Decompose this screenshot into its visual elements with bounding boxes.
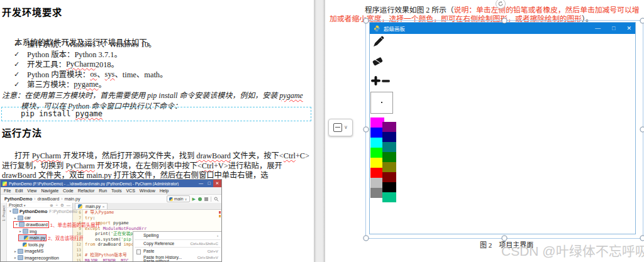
chevron-right-icon[interactable]: ▸ bbox=[13, 249, 18, 253]
palette-color[interactable] bbox=[382, 122, 396, 132]
project-tree-item[interactable]: ▾drawBoard1、单击前面的箭头展开 bbox=[7, 221, 72, 228]
tree-item-path: F:\PythonDemo bbox=[49, 209, 77, 214]
text-run: pip install bbox=[21, 109, 75, 118]
heading-run-method: 运行方法 bbox=[2, 126, 42, 139]
run-button[interactable]: ▶ bbox=[192, 196, 196, 202]
line-number: 13 bbox=[73, 248, 81, 253]
tool-window-strip[interactable]: 1: Project bbox=[1, 203, 7, 262]
check-icon: ✓ bbox=[14, 50, 27, 58]
decrease-width-icon[interactable] bbox=[382, 80, 390, 82]
menu-navigate[interactable]: Navigate bbox=[41, 188, 58, 193]
breadcrumb-item[interactable]: PythonDemo bbox=[4, 196, 32, 202]
menu-refactor[interactable]: Refactor bbox=[78, 188, 94, 193]
drawboard-canvas[interactable] bbox=[370, 34, 635, 234]
palette-color[interactable] bbox=[382, 132, 396, 142]
checklist-item: ✓Python 内置模块：os、sys、time、math。 bbox=[2, 69, 310, 79]
close-icon[interactable]: × bbox=[103, 205, 105, 209]
text-run: 文件夹，按下< bbox=[231, 151, 284, 160]
selection-handle[interactable] bbox=[640, 127, 644, 133]
menu-code[interactable]: Code bbox=[63, 188, 74, 193]
context-menu-item[interactable]: PasteCtrl+V bbox=[133, 248, 222, 254]
text-run: pygame bbox=[75, 109, 103, 118]
menu-item-label: Copy Reference bbox=[143, 241, 174, 246]
brush-width-dot bbox=[381, 102, 382, 103]
pycharm-window-title: PythonDemo (F:\PythonDemo) - ...\drawBoa… bbox=[9, 182, 197, 186]
menu-edit[interactable]: Edit bbox=[15, 188, 23, 193]
debug-button[interactable] bbox=[198, 197, 202, 201]
close-button[interactable]: ✕ bbox=[213, 180, 221, 187]
selection-handle[interactable] bbox=[364, 127, 369, 133]
selection-handle[interactable] bbox=[364, 236, 369, 241]
pencil-tool-icon[interactable] bbox=[372, 35, 386, 48]
maximize-button[interactable]: □ bbox=[205, 180, 213, 187]
layout-options-button[interactable]: ∨ bbox=[328, 119, 353, 136]
check-icon: ✓ bbox=[14, 80, 27, 89]
menu-item-label: Paste without Formatting bbox=[143, 259, 191, 262]
drawboard-window: 超级画板 — □ ✕ bbox=[369, 22, 636, 234]
run-config-selector[interactable]: main ∨ bbox=[167, 195, 190, 202]
collapse-all-icon[interactable]: ÷ bbox=[56, 203, 58, 207]
python-file-icon bbox=[78, 204, 82, 209]
palette-color[interactable] bbox=[382, 162, 396, 172]
selection-handle[interactable] bbox=[502, 18, 508, 24]
maximize-button[interactable]: □ bbox=[612, 25, 615, 31]
palette-color[interactable] bbox=[382, 152, 396, 162]
selection-handle[interactable] bbox=[364, 18, 369, 24]
text-run: pygame bbox=[279, 91, 303, 100]
project-tree-item[interactable]: ▸imagerecognition bbox=[7, 254, 72, 261]
palette-color[interactable] bbox=[382, 172, 396, 182]
eraser-tool-icon[interactable] bbox=[371, 55, 384, 68]
error-stripe-mark bbox=[219, 211, 221, 214]
stop-button[interactable] bbox=[204, 197, 208, 201]
chevron-down-icon[interactable]: ▾ bbox=[8, 209, 13, 213]
run-widget: main ∨ ▶ bbox=[167, 195, 219, 202]
menu-view[interactable]: View bbox=[27, 188, 36, 193]
hide-panel-icon[interactable]: — bbox=[67, 203, 70, 207]
minimize-button[interactable]: — bbox=[197, 180, 205, 187]
project-tree-item[interactable]: ▸img bbox=[7, 228, 72, 235]
code-token: MAJOR, MINOR, MIC bbox=[85, 258, 129, 262]
editor-tabbar: main.py × bbox=[73, 203, 221, 210]
breadcrumb-item[interactable]: main.py bbox=[64, 196, 80, 202]
selection-handle[interactable] bbox=[640, 18, 644, 24]
tree-item-label: img bbox=[30, 229, 37, 234]
increase-width-icon[interactable] bbox=[370, 75, 381, 86]
chevron-down-icon[interactable]: ▾ bbox=[24, 204, 26, 207]
menu-tools[interactable]: Tools bbox=[111, 188, 121, 193]
menu-vcs[interactable]: VCS bbox=[126, 188, 135, 193]
palette-color[interactable] bbox=[382, 182, 396, 192]
menu-window[interactable]: Window bbox=[140, 188, 155, 193]
chevron-right-icon[interactable]: ▸ bbox=[18, 229, 23, 233]
menu-file[interactable]: File bbox=[4, 188, 11, 193]
gear-icon[interactable]: ⚙ bbox=[60, 203, 64, 207]
chevron-right-icon[interactable]: ▸ bbox=[13, 256, 18, 259]
project-tree-item[interactable]: main.py2、双击该项打开 bbox=[7, 234, 72, 241]
python-file-icon bbox=[24, 236, 28, 240]
text-run: 注意：在使用第三方模块时，首先需要使用 pip install 命令安装该模块，… bbox=[2, 91, 279, 100]
menu-help[interactable]: Help bbox=[160, 188, 169, 193]
tree-item-label: tools.py bbox=[28, 242, 44, 248]
chevron-down-icon[interactable]: ▾ bbox=[14, 222, 19, 226]
project-tree-item[interactable]: tools.py bbox=[7, 241, 72, 248]
context-menu-item[interactable]: Spelling› bbox=[133, 232, 222, 239]
code-token: try bbox=[85, 216, 92, 221]
submenu-arrow-icon: › bbox=[217, 233, 218, 237]
menu-run[interactable]: Run bbox=[99, 188, 107, 193]
locate-icon[interactable]: ⊕ bbox=[50, 203, 53, 207]
context-menu-item[interactable]: Copy ReferenceCtrl+Alt+Shift+C bbox=[133, 241, 222, 247]
project-tool-tab[interactable]: 1: Project bbox=[2, 205, 6, 221]
breadcrumb-item[interactable]: drawBoard bbox=[38, 196, 60, 202]
palette-color[interactable] bbox=[382, 192, 396, 202]
minimize-button[interactable]: — bbox=[595, 25, 601, 31]
palette-color[interactable] bbox=[382, 142, 396, 152]
pycharm-screenshot: PythonDemo (F:\PythonDemo) - ...\drawBoa… bbox=[0, 179, 222, 262]
project-tree-item[interactable]: ▸imageMS bbox=[7, 248, 72, 255]
search-icon[interactable] bbox=[214, 197, 219, 202]
close-button[interactable]: ✕ bbox=[626, 25, 631, 31]
project-tree-item[interactable]: ▾PythonDemoF:\PythonDemo bbox=[7, 208, 72, 215]
tab-main-py[interactable]: main.py × bbox=[75, 203, 108, 209]
project-tree-item[interactable]: ▸car bbox=[7, 215, 72, 222]
line-number: 12 bbox=[73, 242, 81, 248]
chevron-right-icon[interactable]: ▸ bbox=[13, 216, 18, 220]
csdn-watermark: CSDN @叶绿体不忘呼吸 bbox=[501, 241, 644, 259]
